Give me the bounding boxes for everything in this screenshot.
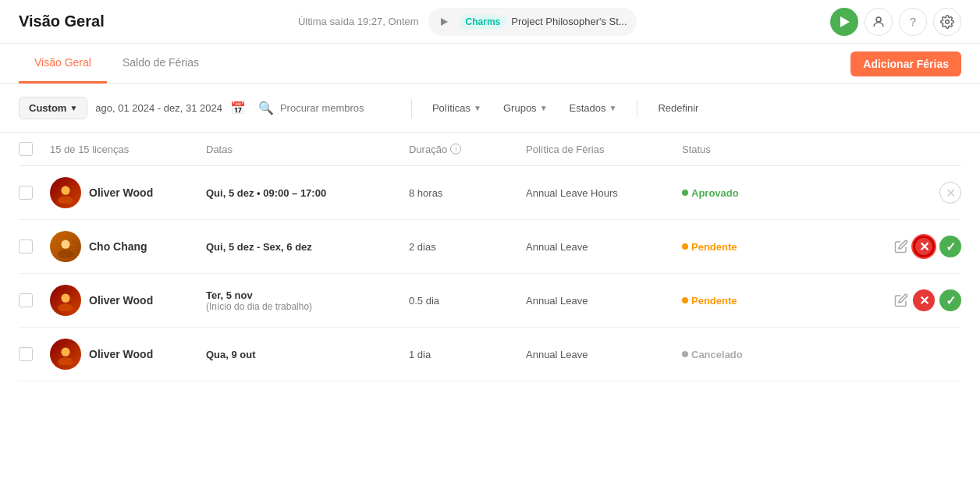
row-2-actions: ✕ ✓ [868, 236, 961, 257]
header-status: Status [682, 144, 868, 155]
row-1-name: Oliver Wood [89, 186, 153, 199]
search-input[interactable] [280, 102, 389, 114]
row-4-checkbox[interactable] [19, 347, 33, 361]
reset-button[interactable]: Redefinir [650, 98, 706, 119]
row-2-duration-val: 2 dias [409, 241, 436, 253]
row-1-policy-val: Annual Leave Hours [526, 187, 618, 199]
row-4-avatar [50, 339, 81, 370]
status-dot-icon [682, 351, 688, 357]
cancel-button[interactable]: ✕ [939, 182, 961, 204]
app-header: Visão Geral Última saída 19:27, Ontem Ch… [0, 0, 980, 44]
status-badge: Pendente [682, 295, 868, 307]
row-2-name: Cho Chang [89, 240, 147, 253]
tab-saldo-ferias[interactable]: Saldo de Férias [107, 44, 215, 83]
user-icon-button[interactable] [865, 8, 893, 36]
row-3-policy-val: Annual Leave [526, 295, 588, 307]
states-filter-button[interactable]: Estados ▼ [562, 98, 625, 119]
reject-button[interactable]: ✕ [913, 289, 935, 311]
header-icons: ? [830, 8, 961, 36]
states-chevron-icon: ▼ [609, 104, 617, 112]
count-text: 15 de 15 licenças [50, 144, 206, 155]
reject-button[interactable]: ✕ [913, 236, 935, 257]
svg-point-0 [876, 17, 881, 22]
policy-header: Política de Férias [526, 144, 682, 155]
play-triangle-icon [441, 18, 448, 26]
status-badge: Aprovado [682, 187, 868, 199]
help-button[interactable]: ? [899, 8, 927, 36]
svg-point-7 [58, 303, 73, 311]
row-3-duration: 0.5 dia [409, 294, 526, 307]
project-info: Charms Project Philosopher's St... [428, 8, 637, 36]
row-2-check [19, 239, 50, 254]
table-row: Cho Chang Qui, 5 dez - Sex, 6 dez 2 dias… [19, 220, 961, 274]
groups-filter-button[interactable]: Grupos ▼ [495, 98, 556, 119]
states-label: Estados [570, 102, 606, 114]
tab-visao-geral[interactable]: Visão Geral [19, 44, 107, 83]
project-play-icon [433, 11, 455, 33]
row-2-policy-val: Annual Leave [526, 241, 588, 253]
status-dot-icon [682, 190, 688, 196]
calendar-icon[interactable]: 📅 [230, 101, 246, 115]
tabs-bar: Visão Geral Saldo de Férias Adicionar Fé… [0, 44, 980, 84]
row-3-avatar [50, 285, 81, 316]
header-count: 15 de 15 licenças [50, 144, 206, 155]
row-3-checkbox[interactable] [19, 293, 33, 307]
row-3-status: Pendente [682, 295, 868, 307]
row-1-date: Qui, 5 dez • 09:00 – 17:00 [206, 186, 409, 199]
row-4-status: Cancelado [682, 349, 868, 360]
row-3-name: Oliver Wood [89, 294, 153, 307]
row-1-checkbox[interactable] [19, 186, 33, 200]
policies-label: Políticas [432, 102, 470, 114]
row-4-policy: Annual Leave [526, 348, 682, 360]
header-duration: Duração i [409, 144, 526, 155]
table-row: Oliver Wood Qui, 5 dez • 09:00 – 17:00 8… [19, 166, 961, 220]
tab-list: Visão Geral Saldo de Férias [19, 44, 215, 83]
status-badge: Pendente [682, 241, 868, 253]
settings-button[interactable] [933, 8, 961, 36]
row-2-user: Cho Chang [50, 231, 206, 262]
reset-divider [637, 99, 637, 118]
search-icon: 🔍 [258, 101, 274, 115]
row-1-avatar [50, 177, 81, 208]
row-2-date-main: Qui, 5 dez - Sex, 6 dez [206, 241, 312, 253]
header-policy: Política de Férias [526, 144, 682, 155]
row-3-policy: Annual Leave [526, 294, 682, 307]
dates-header: Datas [206, 144, 409, 155]
date-range-text: ago, 01 2024 - dez, 31 2024 [95, 102, 222, 114]
status-dot-icon [682, 243, 688, 250]
edit-icon[interactable] [894, 239, 908, 254]
row-2-date: Qui, 5 dez - Sex, 6 dez [206, 240, 409, 253]
search-filter: 🔍 [258, 101, 389, 115]
row-2-checkbox[interactable] [19, 239, 33, 254]
help-icon: ? [910, 15, 916, 28]
svg-point-1 [946, 20, 950, 23]
approve-button[interactable]: ✓ [939, 289, 961, 311]
custom-period-button[interactable]: Custom ▼ [19, 97, 87, 119]
table-header: 15 de 15 licenças Datas Duração i Políti… [19, 133, 961, 166]
edit-icon[interactable] [894, 293, 908, 307]
status-dot-icon [682, 297, 688, 303]
select-all-checkbox[interactable] [19, 142, 33, 156]
svg-point-3 [58, 196, 73, 204]
row-4-user: Oliver Wood [50, 339, 206, 370]
row-3-date-main: Ter, 5 nov [206, 289, 409, 301]
svg-point-6 [61, 294, 69, 303]
policies-filter-button[interactable]: Políticas ▼ [424, 98, 489, 119]
row-2-avatar [50, 231, 81, 262]
header-checkbox-col [19, 142, 50, 156]
row-4-date-main: Qua, 9 out [206, 349, 256, 360]
filters-bar: Custom ▼ ago, 01 2024 - dez, 31 2024 📅 🔍… [0, 84, 980, 133]
table-row: Oliver Wood Ter, 5 nov (Início do dia de… [19, 274, 961, 328]
row-1-actions: ✕ [868, 182, 961, 204]
groups-label: Grupos [503, 102, 537, 114]
row-3-date: Ter, 5 nov (Início do dia de trabalho) [206, 289, 409, 312]
groups-chevron-icon: ▼ [540, 104, 548, 112]
svg-point-9 [58, 357, 73, 365]
row-3-user: Oliver Wood [50, 285, 206, 316]
start-timer-button[interactable] [830, 8, 858, 36]
svg-point-8 [61, 348, 69, 357]
approve-button[interactable]: ✓ [939, 236, 961, 257]
table-container: 15 de 15 licenças Datas Duração i Políti… [0, 133, 980, 381]
add-leave-button[interactable]: Adicionar Férias [850, 51, 961, 76]
row-1-status: Aprovado [682, 187, 868, 199]
